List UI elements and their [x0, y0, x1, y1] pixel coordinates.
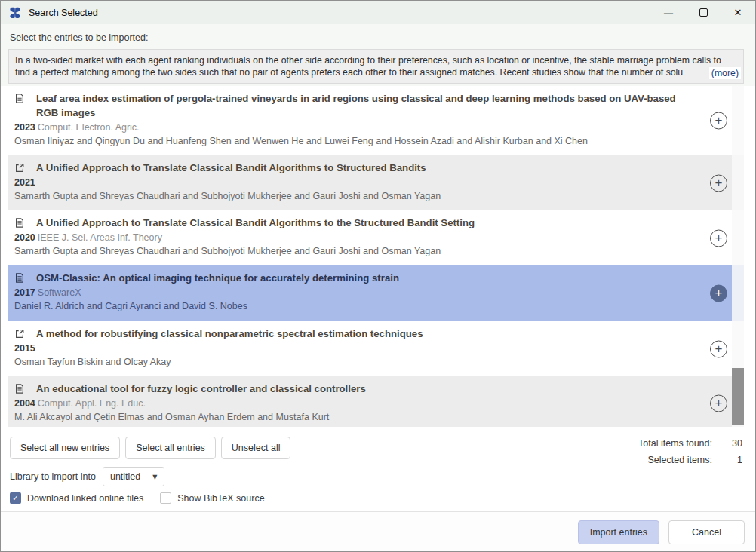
plus-icon: + — [715, 114, 723, 127]
entry-row[interactable]: An educational tool for fuzzy logic cont… — [8, 376, 744, 427]
external-link-icon — [14, 328, 26, 339]
entry-year: 2023 — [14, 122, 35, 133]
cancel-button[interactable]: Cancel — [668, 520, 745, 544]
show-bibtex-source-checkbox[interactable] — [160, 492, 171, 504]
selection-buttons: Select all new entries Select all entrie… — [10, 437, 290, 459]
entry-year: 2020 — [14, 232, 35, 243]
entry-title: Leaf area index estimation of pergola-tr… — [36, 91, 699, 120]
entry-title: A Unified Approach to Translate Classica… — [36, 216, 475, 230]
entry-meta: 2015 — [14, 342, 699, 355]
entry-row[interactable]: A Unified Approach to Translate Classica… — [8, 210, 744, 265]
plus-icon: + — [715, 176, 723, 189]
entry-journal: Comput. Electron. Agric. — [38, 122, 140, 133]
plus-icon: + — [715, 231, 723, 244]
entry-authors: Samarth Gupta and Shreyas Chaudhari and … — [14, 189, 699, 210]
chevron-down-icon: ▼ — [152, 474, 157, 480]
selected-items-label: Selected items: — [648, 452, 712, 468]
select-all-new-entries-button[interactable]: Select all new entries — [10, 437, 120, 459]
entry-authors: Samarth Gupta and Shreyas Chaudhari and … — [14, 244, 699, 265]
article-icon — [14, 93, 26, 104]
totals-panel: Total items found: 30 Selected items: 1 — [638, 435, 742, 468]
add-entry-button[interactable]: + — [710, 395, 727, 412]
dialog-button-bar: Import entries Cancel — [1, 512, 755, 552]
entry-title: A method for robustifying classical nonp… — [36, 327, 423, 341]
scrollbar-thumb[interactable] — [732, 368, 744, 425]
check-icon: ✓ — [12, 494, 18, 502]
selected-items-line: Selected items: 1 — [638, 452, 742, 468]
add-entry-button[interactable]: + — [710, 174, 727, 192]
entry-title: An educational tool for fuzzy logic cont… — [36, 382, 366, 396]
title-bar: Search Selected — ✕ — [1, 1, 755, 24]
close-icon: ✕ — [734, 7, 742, 18]
more-link[interactable]: (more) — [709, 67, 741, 79]
add-entry-button[interactable]: + — [710, 340, 727, 357]
abstract-preview: In a two-sided market with each agent ra… — [8, 49, 744, 84]
window-title: Search Selected — [29, 8, 98, 18]
maximize-button[interactable] — [686, 1, 721, 24]
entry-year: 2004 — [14, 398, 35, 409]
jabref-logo-icon — [8, 6, 22, 20]
library-select-label: Library to import into — [10, 471, 96, 482]
add-entry-button[interactable]: + — [710, 229, 727, 247]
library-dropdown[interactable]: untitled ▼ — [103, 467, 164, 486]
entry-authors: Daniel R. Aldrich and Cagri Ayranci and … — [14, 299, 699, 320]
entry-head: Leaf area index estimation of pergola-tr… — [14, 91, 699, 120]
entry-meta: 2020IEEE J. Sel. Areas Inf. Theory — [14, 231, 699, 244]
entry-meta: 2017SoftwareX — [14, 286, 699, 299]
total-items-label: Total items found: — [638, 435, 712, 452]
entry-head: A method for robustifying classical nonp… — [14, 327, 699, 341]
total-items-value: 30 — [712, 435, 742, 452]
import-entries-button[interactable]: Import entries — [578, 520, 659, 544]
entry-title: A Unified Approach to Translate Classica… — [36, 161, 426, 175]
library-dropdown-value: untitled — [110, 471, 140, 482]
abstract-text: In a two-sided market with each agent ra… — [15, 55, 721, 78]
entry-head: OSM-Classic: An optical imaging techniqu… — [14, 271, 699, 285]
entry-meta: 2023Comput. Electron. Agric. — [14, 121, 699, 134]
window-controls: — ✕ — [651, 1, 755, 24]
download-linked-files-checkbox[interactable]: ✓ — [10, 492, 21, 504]
entry-meta: 2021 — [14, 176, 699, 189]
entry-list: Leaf area index estimation of pergola-tr… — [8, 86, 744, 427]
minimize-icon: — — [664, 8, 673, 18]
entry-head: A Unified Approach to Translate Classica… — [14, 161, 699, 175]
unselect-all-button[interactable]: Unselect all — [221, 437, 291, 459]
total-items-line: Total items found: 30 — [638, 435, 742, 452]
entry-authors: M. Ali Akcayol and Çetin Elmas and Osman… — [14, 410, 699, 427]
entry-row[interactable]: Leaf area index estimation of pergola-tr… — [8, 86, 744, 155]
entry-head: An educational tool for fuzzy logic cont… — [14, 382, 699, 396]
article-icon — [14, 217, 26, 228]
entry-journal: SoftwareX — [38, 287, 81, 298]
instruction-label: Select the entries to be imported: — [10, 32, 148, 43]
show-bibtex-source-label: Show BibTeX source — [177, 493, 264, 504]
entry-year: 2017 — [14, 287, 35, 298]
plus-icon: + — [715, 397, 723, 409]
entry-journal: Comput. Appl. Eng. Educ. — [38, 398, 146, 409]
scrollbar-track[interactable] — [732, 86, 744, 427]
entry-meta: 2004Comput. Appl. Eng. Educ. — [14, 397, 699, 410]
article-icon — [14, 272, 26, 284]
plus-icon: + — [715, 342, 723, 354]
add-entry-button[interactable]: + — [710, 285, 727, 302]
article-icon — [14, 383, 26, 394]
download-linked-files-label: Download linked online files — [27, 493, 143, 504]
select-all-entries-button[interactable]: Select all entries — [125, 437, 216, 459]
entry-year: 2021 — [14, 177, 35, 188]
plus-icon: + — [715, 287, 723, 299]
library-select-row: Library to import into untitled ▼ — [10, 467, 164, 486]
entry-row[interactable]: A method for robustifying classical nonp… — [8, 321, 744, 376]
entry-title: OSM-Classic: An optical imaging techniqu… — [36, 271, 399, 285]
entry-journal: IEEE J. Sel. Areas Inf. Theory — [38, 232, 162, 243]
entry-head: A Unified Approach to Translate Classica… — [14, 216, 699, 230]
selected-items-value: 1 — [712, 452, 742, 468]
close-button[interactable]: ✕ — [721, 1, 755, 24]
maximize-icon — [699, 8, 708, 17]
entry-year: 2015 — [14, 343, 35, 354]
add-entry-button[interactable]: + — [710, 112, 727, 130]
entry-authors: Osman Tayfun Biskin and Olcay Akay — [14, 355, 699, 376]
entry-row[interactable]: A Unified Approach to Translate Classica… — [8, 155, 744, 210]
entry-authors: Osman Ilniyaz and Qingyun Du and Huanfen… — [14, 134, 699, 155]
entry-row-selected[interactable]: OSM-Classic: An optical imaging techniqu… — [8, 265, 744, 321]
external-link-icon — [14, 162, 26, 173]
minimize-button[interactable]: — — [651, 1, 686, 24]
options-row: ✓ Download linked online files Show BibT… — [10, 492, 265, 504]
